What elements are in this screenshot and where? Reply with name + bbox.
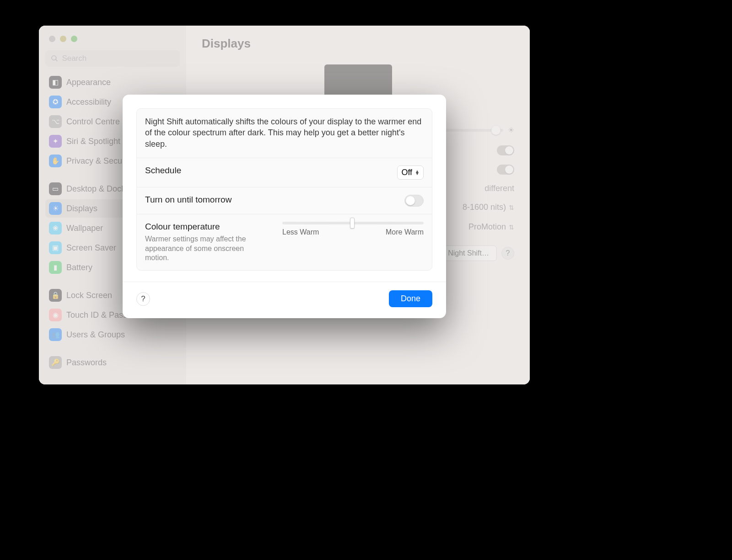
turn-on-toggle[interactable] — [404, 195, 424, 207]
schedule-select[interactable]: Off ▲▼ — [397, 165, 424, 180]
modal-footer: ? Done — [123, 282, 446, 318]
schedule-row: Schedule Off ▲▼ — [137, 158, 432, 187]
colour-temperature-slider[interactable] — [282, 222, 424, 224]
schedule-value: Off — [401, 168, 412, 177]
colour-temperature-sub: Warmer settings may affect the appearanc… — [145, 235, 264, 263]
slider-labels: Less Warm More Warm — [282, 228, 424, 236]
night-shift-card: Night Shift automatically shifts the col… — [136, 108, 432, 271]
help-button[interactable]: ? — [136, 292, 150, 306]
done-button[interactable]: Done — [389, 290, 432, 307]
night-shift-description: Night Shift automatically shifts the col… — [137, 109, 432, 158]
schedule-label: Schedule — [145, 165, 181, 176]
night-shift-modal: Night Shift automatically shifts the col… — [123, 95, 446, 318]
colour-temperature-thumb[interactable] — [350, 218, 355, 229]
less-warm-label: Less Warm — [282, 228, 319, 236]
colour-temperature-row: Colour temperature Warmer settings may a… — [137, 214, 432, 270]
colour-temperature-label: Colour temperature — [145, 222, 264, 232]
more-warm-label: More Warm — [386, 228, 424, 236]
turn-on-label: Turn on until tomorrow — [145, 195, 231, 205]
turn-on-row: Turn on until tomorrow — [137, 187, 432, 214]
chevron-updown-icon: ▲▼ — [415, 170, 420, 175]
